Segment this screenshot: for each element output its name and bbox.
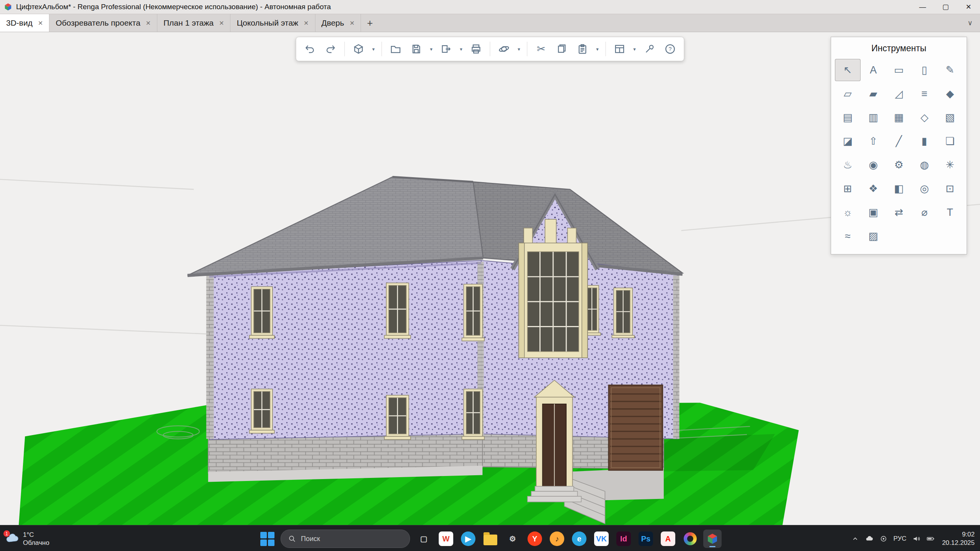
- tool-pipe-fitting[interactable]: ◍: [911, 154, 937, 176]
- wps-office-icon[interactable]: W: [437, 530, 455, 548]
- search-box[interactable]: Поиск: [281, 530, 410, 548]
- close-button[interactable]: ✕: [957, 0, 980, 14]
- tool-mechanism[interactable]: ⚙: [886, 154, 912, 176]
- renga-icon[interactable]: [703, 530, 722, 548]
- tool-elevation[interactable]: ▣: [861, 201, 886, 223]
- redo-button[interactable]: [321, 39, 341, 59]
- tool-door[interactable]: ▥: [861, 106, 886, 129]
- tool-floor[interactable]: ▱: [835, 83, 861, 105]
- tab-basement-floor[interactable]: Цокольный этаж ✕: [230, 14, 315, 32]
- undo-button[interactable]: [300, 39, 320, 59]
- tab-close-icon[interactable]: ✕: [219, 20, 224, 27]
- window-layout-dropdown[interactable]: ▾: [630, 39, 639, 59]
- tool-socket[interactable]: ⊡: [937, 178, 963, 200]
- tool-fan[interactable]: ✳: [937, 154, 963, 176]
- explorer-icon[interactable]: [481, 530, 500, 548]
- tool-text-style[interactable]: A: [861, 59, 886, 81]
- paste-dropdown[interactable]: ▾: [593, 39, 602, 59]
- view-cube-button[interactable]: [349, 39, 369, 59]
- view-cube-dropdown[interactable]: ▾: [369, 39, 378, 59]
- tool-roof[interactable]: ◆: [937, 83, 963, 105]
- tab-close-icon[interactable]: ✕: [38, 20, 43, 27]
- tab-list-dropdown-icon[interactable]: ∨: [960, 14, 980, 32]
- new-tab-button[interactable]: +: [361, 14, 379, 32]
- tool-column[interactable]: ▯: [911, 59, 937, 81]
- hidden-icons-chevron-icon[interactable]: [851, 535, 859, 543]
- tool-equipment[interactable]: ◉: [861, 154, 886, 176]
- tab-floor1-plan[interactable]: План 1 этажа ✕: [157, 14, 230, 32]
- save-dropdown[interactable]: ▾: [427, 39, 436, 59]
- tool-duct[interactable]: ◧: [886, 178, 912, 200]
- tool-pillar[interactable]: ⇧: [861, 130, 886, 152]
- tool-shaft[interactable]: ▮: [911, 130, 937, 152]
- tool-assembly[interactable]: ❏: [937, 130, 963, 152]
- tool-hatch[interactable]: ▨: [861, 225, 886, 247]
- tab-door[interactable]: Дверь ✕: [315, 14, 361, 32]
- volume-icon[interactable]: [912, 535, 921, 543]
- tab-project-explorer[interactable]: Обозреватель проекта ✕: [49, 14, 157, 32]
- tool-text[interactable]: T: [937, 201, 963, 223]
- tool-stair[interactable]: ≡: [911, 83, 937, 105]
- telegram-icon[interactable]: ▶: [459, 530, 477, 548]
- photos-icon[interactable]: [681, 530, 699, 548]
- open-button[interactable]: [386, 39, 406, 59]
- tool-image[interactable]: ▧: [937, 106, 963, 129]
- tool-beam[interactable]: ✎: [937, 59, 963, 81]
- copy-button[interactable]: [552, 39, 572, 59]
- orbit-button[interactable]: [494, 39, 514, 59]
- maximize-button[interactable]: ▢: [934, 0, 957, 14]
- cut-button[interactable]: ✂: [531, 39, 551, 59]
- paste-button[interactable]: [573, 39, 593, 59]
- export-button[interactable]: [436, 39, 456, 59]
- settings-icon[interactable]: ⚙: [503, 530, 522, 548]
- yandex-music-icon[interactable]: ♪: [548, 530, 566, 548]
- tool-coil[interactable]: ◎: [911, 178, 937, 200]
- tab-3d-view[interactable]: 3D-вид ✕: [0, 14, 49, 32]
- edge-browser-icon[interactable]: e: [570, 530, 588, 548]
- tool-slab[interactable]: ▰: [861, 83, 886, 105]
- column-icon: ▯: [921, 64, 927, 76]
- tool-window[interactable]: ▤: [835, 106, 861, 129]
- tab-close-icon[interactable]: ✕: [146, 20, 151, 27]
- tab-close-icon[interactable]: ✕: [304, 20, 309, 27]
- tool-room[interactable]: ◇: [911, 106, 937, 129]
- tool-dimension[interactable]: ⇄: [886, 201, 912, 223]
- antivirus-icon[interactable]: [879, 535, 888, 543]
- yandex-browser-icon[interactable]: Y: [526, 530, 544, 548]
- tool-measurement[interactable]: ⌀: [911, 201, 937, 223]
- tool-line[interactable]: ╱: [886, 130, 912, 152]
- language-indicator[interactable]: РУС: [893, 535, 906, 543]
- tool-wall[interactable]: ▭: [886, 59, 912, 81]
- window-icon: ▤: [843, 111, 853, 124]
- start-button[interactable]: [258, 530, 276, 548]
- acrobat-icon[interactable]: A: [659, 530, 677, 548]
- renga-app-icon: [4, 3, 12, 11]
- cloud-sync-icon[interactable]: [865, 535, 874, 543]
- battery-icon[interactable]: [926, 535, 935, 543]
- print-button[interactable]: [466, 39, 486, 59]
- tool-table[interactable]: ▦: [886, 106, 912, 129]
- photoshop-icon[interactable]: Ps: [637, 530, 655, 548]
- settings-button[interactable]: [640, 39, 660, 59]
- export-dropdown[interactable]: ▾: [457, 39, 466, 59]
- tool-ramp[interactable]: ◿: [886, 83, 912, 105]
- help-button[interactable]: [660, 39, 680, 59]
- tool-plate[interactable]: ◪: [835, 130, 861, 152]
- window-app-icon[interactable]: ▢: [415, 530, 433, 548]
- indesign-icon[interactable]: Id: [614, 530, 633, 548]
- clock[interactable]: 9:02 20.12.2025: [942, 530, 975, 547]
- minimize-button[interactable]: —: [911, 0, 934, 14]
- mechanism-icon: ⚙: [894, 159, 903, 171]
- tool-route[interactable]: ❖: [861, 178, 886, 200]
- tool-light-fixture[interactable]: ☼: [835, 201, 861, 223]
- tab-close-icon[interactable]: ✕: [350, 20, 354, 27]
- tool-plumbing-fixture[interactable]: ♨: [835, 154, 861, 176]
- vk-icon[interactable]: VK: [592, 530, 611, 548]
- orbit-dropdown[interactable]: ▾: [515, 39, 523, 59]
- tool-electric-panel[interactable]: ⊞: [835, 178, 861, 200]
- weather-widget[interactable]: 1 1°C Облачно: [5, 525, 49, 551]
- save-button[interactable]: [407, 39, 426, 59]
- tool-spline[interactable]: ≈: [835, 225, 861, 247]
- window-layout-button[interactable]: [610, 39, 630, 59]
- tool-select[interactable]: ↖: [835, 59, 861, 81]
